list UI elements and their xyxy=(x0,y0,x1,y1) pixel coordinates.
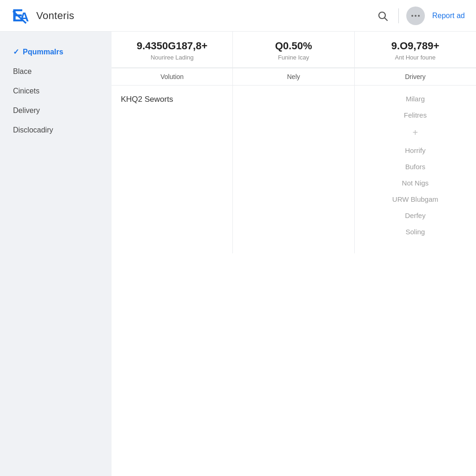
sidebar-label-blace: Blace xyxy=(13,67,32,76)
sidebar-label-delivery: Delivery xyxy=(13,106,40,115)
menu-dot-2 xyxy=(415,15,416,17)
stats-row: 9.4350G187,8+ Nouriree Lading Q0.50% Fun… xyxy=(112,32,476,68)
report-ad-link[interactable]: Report ad xyxy=(432,12,465,20)
stat-value-2: 9.O9,789+ xyxy=(364,40,467,52)
stat-label-1: Funine Icay xyxy=(242,54,344,61)
stat-label-0: Nouriree Lading xyxy=(121,54,223,61)
menu-dot-1 xyxy=(411,15,413,17)
check-icon: ✓ xyxy=(13,47,19,56)
sidebar-item-delivery[interactable]: Delivery xyxy=(7,102,104,119)
data-col3-item-3: Horrify xyxy=(364,146,467,154)
header-right: Report ad xyxy=(374,7,465,25)
sidebar-label-cinicets: Cinicets xyxy=(13,87,40,95)
sidebar-label-pqummalrs: Pqummalrs xyxy=(23,48,63,56)
svg-text:A: A xyxy=(20,10,29,24)
col-headers-row: Volution Nely Drivery xyxy=(112,68,476,86)
data-col3-item-2: + xyxy=(364,127,467,138)
data-section: KHQ2 Seworts MilargFelitres+HorrifyBufor… xyxy=(112,86,476,253)
header: E A Vonteris Report ad xyxy=(0,0,476,32)
logo-icon: E A xyxy=(11,6,32,26)
col-header-2: Drivery xyxy=(355,68,476,85)
svg-line-4 xyxy=(384,18,387,20)
sidebar-label-disclocadiry: Disclocadiry xyxy=(13,126,53,134)
data-col-3: MilargFelitres+HorrifyBuforsNot NigsURW … xyxy=(355,86,476,253)
stat-value-1: Q0.50% xyxy=(242,40,344,52)
sidebar-item-blace[interactable]: Blace xyxy=(7,63,104,80)
col-header-1: Nely xyxy=(233,68,354,85)
search-icon xyxy=(377,10,388,21)
menu-dot-3 xyxy=(418,15,420,17)
sidebar-item-cinicets[interactable]: Cinicets xyxy=(7,82,104,100)
data-col3-item-4: Bufors xyxy=(364,163,467,171)
search-button[interactable] xyxy=(374,7,391,24)
data-col3-item-5: Not Nigs xyxy=(364,179,467,187)
sidebar: ✓ Pqummalrs Blace Cinicets Delivery Disc… xyxy=(0,32,112,476)
data-col3-item-7: Derfey xyxy=(364,212,467,219)
main-layout: ✓ Pqummalrs Blace Cinicets Delivery Disc… xyxy=(0,32,476,476)
header-left: E A Vonteris xyxy=(11,6,74,26)
data-col3-item-6: URW Blubgam xyxy=(364,195,467,203)
menu-button[interactable] xyxy=(406,7,425,25)
content-area: 9.4350G187,8+ Nouriree Lading Q0.50% Fun… xyxy=(112,32,476,476)
stat-label-2: Ant Hour foune xyxy=(364,54,467,61)
sidebar-item-pqummalrs[interactable]: ✓ Pqummalrs xyxy=(7,43,104,61)
header-divider xyxy=(398,8,399,23)
data-item-khq2: KHQ2 Seworts xyxy=(121,95,223,104)
stat-cell-1: Q0.50% Funine Icay xyxy=(233,32,354,67)
data-col3-item-1: Felitres xyxy=(364,111,467,119)
col-header-0: Volution xyxy=(112,68,233,85)
sidebar-item-disclocadiry[interactable]: Disclocadiry xyxy=(7,121,104,139)
data-col-1: KHQ2 Seworts xyxy=(112,86,233,253)
stat-cell-0: 9.4350G187,8+ Nouriree Lading xyxy=(112,32,233,67)
data-col3-item-8: Soling xyxy=(364,228,467,236)
data-col-2 xyxy=(233,86,354,253)
logo-text: Vonteris xyxy=(36,10,74,22)
stat-value-0: 9.4350G187,8+ xyxy=(121,40,223,52)
stat-cell-2: 9.O9,789+ Ant Hour foune xyxy=(355,32,476,67)
data-col3-item-0: Milarg xyxy=(364,95,467,103)
